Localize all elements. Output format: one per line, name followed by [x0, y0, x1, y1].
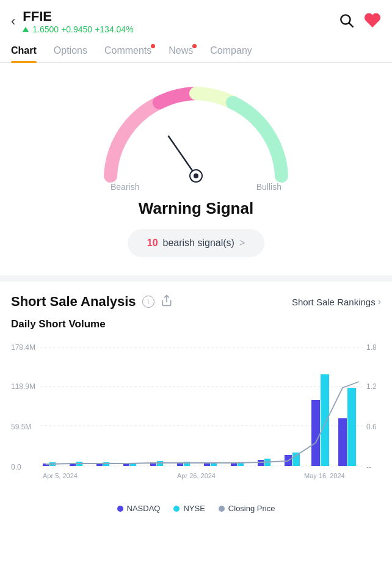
nyse-dot	[173, 506, 180, 512]
header: ‹ FFIE 1.6500 +0.9450 +134.04%	[0, 0, 392, 39]
svg-point-4	[194, 173, 198, 178]
closing-price-label: Closing Price	[228, 504, 275, 513]
warning-title: Warning Signal	[139, 199, 253, 218]
tab-company[interactable]: Company	[210, 39, 252, 62]
svg-line-1	[349, 23, 353, 27]
gauge-section: Bearish Bullish Warning Signal 10 bearis…	[0, 63, 392, 269]
chart-subtitle: Daily Short Volume	[11, 318, 381, 330]
short-sale-section: Short Sale Analysis i Short Sale Ranking…	[0, 282, 392, 525]
section-header: Short Sale Analysis i Short Sale Ranking…	[11, 294, 381, 310]
rankings-link-container[interactable]: Short Sale Rankings ›	[292, 296, 381, 307]
svg-text:1.8: 1.8	[366, 343, 377, 352]
stock-ticker: FFIE	[23, 9, 133, 24]
svg-text:Apr 5, 2024: Apr 5, 2024	[43, 472, 78, 479]
svg-rect-40	[338, 418, 347, 466]
svg-rect-39	[321, 374, 329, 466]
header-left: ‹ FFIE 1.6500 +0.9450 +134.04%	[11, 9, 134, 34]
signal-text: bearish signal(s)	[163, 238, 234, 249]
svg-rect-41	[347, 388, 356, 466]
section-title: Short Sale Analysis	[11, 294, 136, 310]
nasdaq-label: NASDAQ	[127, 504, 161, 513]
nav-tabs: Chart Options Comments News Company	[0, 39, 392, 63]
signal-count: 10	[147, 238, 158, 249]
heart-icon[interactable]	[364, 12, 381, 31]
tab-news[interactable]: News	[169, 39, 193, 62]
comments-notification-dot	[151, 44, 155, 48]
nasdaq-dot	[117, 506, 123, 512]
legend-closing-price: Closing Price	[219, 504, 275, 513]
chart-legend: NASDAQ NYSE Closing Price	[11, 504, 381, 519]
closing-price-dot	[219, 506, 225, 512]
bar-chart-svg: 178.4M 118.9M 59.5M 0.0 1.8 1.2 0.6 --	[11, 339, 381, 498]
svg-rect-37	[292, 453, 300, 466]
svg-rect-38	[311, 400, 320, 466]
section-header-left: Short Sale Analysis i	[11, 294, 173, 310]
tab-options[interactable]: Options	[54, 39, 87, 62]
stock-info: FFIE 1.6500 +0.9450 +134.04%	[23, 9, 133, 34]
svg-text:1.2: 1.2	[366, 382, 377, 391]
svg-text:May 16, 2024: May 16, 2024	[304, 472, 345, 479]
gauge-svg	[98, 81, 294, 188]
price-change-pct: +134.04%	[95, 24, 133, 34]
news-notification-dot	[192, 44, 197, 48]
info-icon[interactable]: i	[142, 296, 154, 308]
section-divider	[0, 275, 392, 282]
share-icon[interactable]	[161, 294, 173, 310]
search-icon[interactable]	[338, 12, 354, 31]
stock-price: 1.6500 +0.9450 +134.04%	[23, 24, 133, 34]
back-icon[interactable]: ‹	[11, 13, 15, 29]
tab-chart[interactable]: Chart	[11, 39, 37, 62]
signal-arrow: >	[239, 238, 245, 249]
up-arrow-icon	[23, 27, 29, 32]
svg-text:0.0: 0.0	[11, 463, 21, 471]
bar-chart-wrapper: 178.4M 118.9M 59.5M 0.0 1.8 1.2 0.6 --	[11, 339, 381, 498]
nyse-label: NYSE	[183, 504, 205, 513]
legend-nasdaq: NASDAQ	[117, 504, 161, 513]
svg-text:178.4M: 178.4M	[11, 343, 35, 352]
svg-text:Apr 26, 2024: Apr 26, 2024	[177, 472, 216, 479]
tab-comments[interactable]: Comments	[104, 39, 151, 62]
rankings-link: Short Sale Rankings	[292, 297, 376, 307]
svg-line-2	[169, 136, 196, 176]
svg-text:118.9M: 118.9M	[11, 382, 35, 391]
svg-text:0.6: 0.6	[366, 423, 377, 431]
legend-nyse: NYSE	[173, 504, 205, 513]
signal-button[interactable]: 10 bearish signal(s) >	[128, 229, 265, 257]
price-change: +0.9450	[61, 24, 92, 34]
svg-rect-29	[184, 462, 190, 466]
gauge-container	[98, 81, 294, 188]
price-value: 1.6500	[32, 24, 59, 34]
header-right	[338, 12, 381, 31]
chevron-right-icon: ›	[378, 296, 381, 307]
svg-rect-23	[103, 462, 109, 466]
svg-text:--: --	[366, 463, 371, 471]
svg-rect-34	[258, 460, 264, 466]
svg-rect-27	[157, 461, 163, 466]
svg-text:59.5M: 59.5M	[11, 423, 31, 431]
